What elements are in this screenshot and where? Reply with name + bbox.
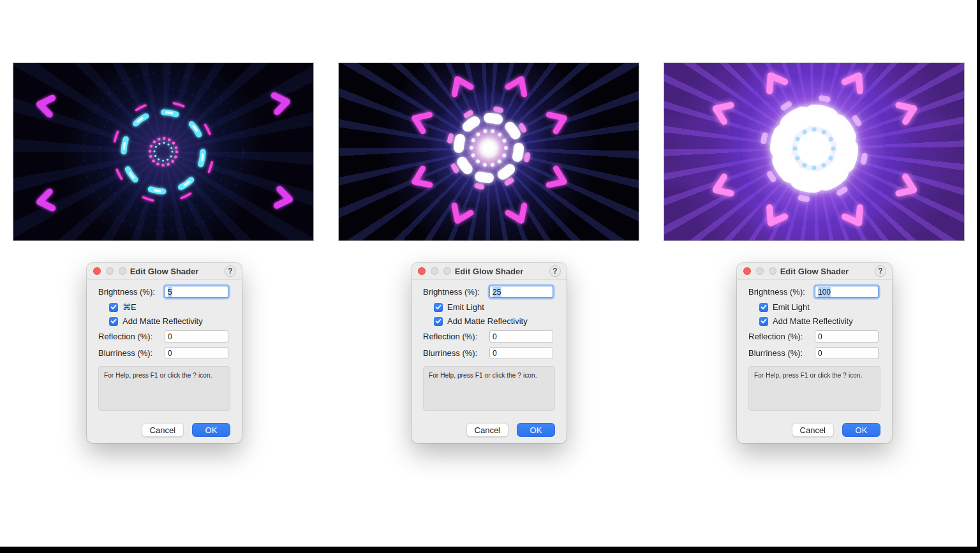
window-controls [743, 267, 776, 275]
help-box: For Help, press F1 or click the ? icon. [423, 366, 555, 411]
reflection-label: Reflection (%): [423, 332, 489, 341]
matte-reflectivity-label: Add Matte Reflectivity [122, 316, 203, 326]
cancel-button[interactable]: Cancel [142, 423, 184, 437]
matte-reflectivity-checkbox-row: Add Matte Reflectivity [434, 316, 555, 326]
blurriness-input[interactable]: 0 [815, 347, 879, 359]
brightness-label: Brightness (%): [423, 287, 489, 297]
window-controls [93, 267, 126, 275]
zoom-button[interactable] [119, 267, 126, 275]
emit-light-checkbox[interactable] [109, 303, 118, 312]
kaleidoscope-art [339, 63, 639, 240]
check-icon [761, 318, 767, 324]
blurriness-label: Blurriness (%): [423, 348, 489, 358]
help-button[interactable]: ? [225, 265, 236, 277]
button-row: Cancel OK [423, 423, 555, 437]
kaleidoscope-art [664, 63, 964, 240]
edit-glow-shader-dialog-1: Edit Glow Shader ? Brightness (%): 5 ⌘E … [87, 263, 242, 443]
matte-reflectivity-checkbox-row: Add Matte Reflectivity [759, 316, 880, 326]
emit-light-checkbox-row: Emit Light [434, 302, 555, 312]
button-row: Cancel OK [98, 423, 230, 437]
cancel-button[interactable]: Cancel [792, 423, 834, 437]
check-icon [110, 318, 117, 324]
check-icon [110, 304, 117, 310]
emit-light-label: Emit Light [447, 302, 484, 312]
brightness-label: Brightness (%): [748, 287, 815, 297]
close-button[interactable] [743, 267, 751, 275]
kaleidoscope-art-overlay [13, 63, 313, 240]
blurriness-input[interactable]: 0 [165, 347, 228, 359]
shader-preview-low-brightness [13, 63, 314, 241]
reflection-input[interactable]: 0 [815, 330, 879, 343]
ok-button[interactable]: OK [192, 423, 230, 437]
matte-reflectivity-checkbox[interactable] [434, 317, 443, 326]
reflection-label: Reflection (%): [748, 332, 815, 341]
dialog-titlebar: Edit Glow Shader ? [87, 263, 242, 280]
window-controls [418, 267, 451, 275]
dialog-body: Brightness (%): 25 Emit Light Add Matte … [412, 280, 567, 437]
help-box: For Help, press F1 or click the ? icon. [98, 366, 230, 411]
help-text: For Help, press F1 or click the ? icon. [104, 372, 225, 379]
emit-light-checkbox[interactable] [434, 303, 443, 312]
screen-edge-bar-right [977, 0, 980, 553]
check-icon [761, 304, 767, 310]
blurriness-input[interactable]: 0 [489, 347, 553, 359]
brightness-input[interactable]: 25 [489, 286, 553, 298]
dialog-body: Brightness (%): 5 ⌘E Add Matte Reflectiv… [87, 280, 242, 437]
brightness-value: 5 [168, 287, 172, 297]
screen-edge-bar-bottom [0, 547, 980, 553]
minimize-button[interactable] [106, 267, 114, 275]
minimize-button[interactable] [431, 267, 438, 275]
dialog-titlebar: Edit Glow Shader ? [737, 263, 892, 280]
button-row: Cancel OK [748, 423, 880, 437]
help-text: For Help, press F1 or click the ? icon. [429, 372, 549, 379]
matte-reflectivity-label: Add Matte Reflectivity [773, 316, 853, 326]
close-button[interactable] [418, 267, 426, 275]
emit-light-checkbox-row: Emit Light [759, 302, 880, 312]
blurriness-label: Blurriness (%): [98, 348, 165, 358]
edit-glow-shader-dialog-2: Edit Glow Shader ? Brightness (%): 25 Em… [412, 263, 567, 443]
dialog-body: Brightness (%): 100 Emit Light Add Matte… [737, 280, 892, 437]
brightness-value: 100 [818, 287, 831, 297]
brightness-input[interactable]: 100 [815, 286, 879, 298]
check-icon [435, 304, 442, 310]
matte-reflectivity-checkbox[interactable] [759, 317, 768, 326]
edit-glow-shader-dialog-3: Edit Glow Shader ? Brightness (%): 100 E… [737, 263, 892, 443]
reflection-input[interactable]: 0 [489, 330, 553, 343]
emit-light-label: ⌘E [122, 302, 137, 312]
matte-reflectivity-checkbox[interactable] [109, 317, 118, 326]
brightness-label: Brightness (%): [98, 287, 165, 297]
help-button[interactable]: ? [875, 265, 886, 277]
shader-preview-high-brightness [664, 63, 965, 241]
emit-light-label: Emit Light [773, 302, 810, 312]
emit-light-checkbox-row: ⌘E [109, 302, 230, 312]
emit-light-checkbox[interactable] [759, 303, 768, 312]
reflection-label: Reflection (%): [98, 332, 165, 341]
shader-preview-mid-brightness [338, 63, 639, 241]
matte-reflectivity-checkbox-row: Add Matte Reflectivity [109, 316, 230, 326]
check-icon [435, 318, 442, 324]
ok-button[interactable]: OK [842, 423, 880, 437]
zoom-button[interactable] [443, 267, 451, 275]
brightness-input[interactable]: 5 [165, 286, 228, 298]
kaleidoscope-art-overlay [339, 63, 639, 240]
blurriness-label: Blurriness (%): [748, 348, 815, 358]
matte-reflectivity-label: Add Matte Reflectivity [447, 316, 528, 326]
close-button[interactable] [93, 267, 101, 275]
reflection-input[interactable]: 0 [165, 330, 228, 343]
help-box: For Help, press F1 or click the ? icon. [748, 366, 880, 411]
minimize-button[interactable] [756, 267, 764, 275]
help-text: For Help, press F1 or click the ? icon. [754, 372, 875, 379]
kaleidoscope-art [13, 63, 313, 240]
zoom-button[interactable] [769, 267, 776, 275]
kaleidoscope-art-overlay [664, 63, 964, 240]
ok-button[interactable]: OK [517, 423, 555, 437]
help-button[interactable]: ? [549, 265, 561, 277]
cancel-button[interactable]: Cancel [466, 423, 509, 437]
dialog-titlebar: Edit Glow Shader ? [412, 263, 567, 280]
brightness-value: 25 [493, 287, 501, 297]
